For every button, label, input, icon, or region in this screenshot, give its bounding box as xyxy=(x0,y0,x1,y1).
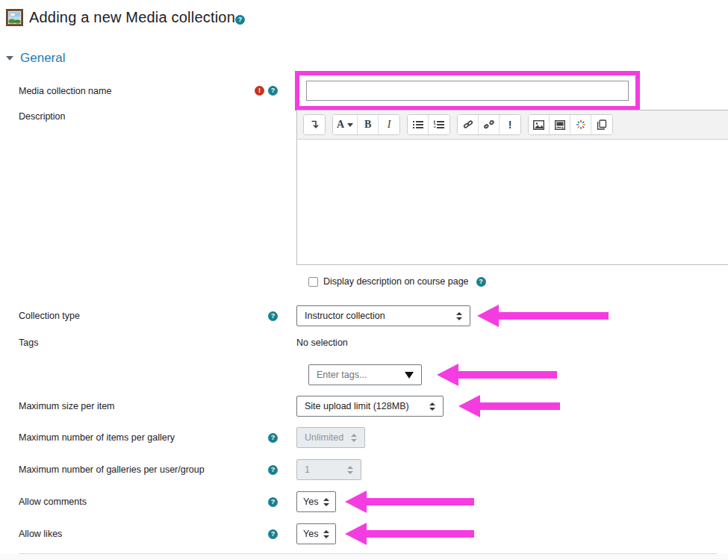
display-description-checkbox[interactable] xyxy=(308,277,318,287)
allow-comments-value: Yes xyxy=(303,497,318,507)
select-arrows-icon xyxy=(323,530,329,538)
max-galleries-value: 1 xyxy=(305,464,310,475)
allow-comments-select[interactable]: Yes xyxy=(296,491,336,512)
row-media-collection-name: Media collection name xyxy=(0,71,640,111)
allow-likes-select[interactable]: Yes xyxy=(296,523,336,544)
insert-image-button[interactable] xyxy=(529,115,550,134)
record-rtc-icon xyxy=(576,119,586,130)
help-icon[interactable] xyxy=(235,15,245,25)
unordered-list-icon xyxy=(413,120,423,129)
annotation-arrow xyxy=(345,523,474,545)
annotation-arrow xyxy=(345,491,474,513)
max-items-value: Unlimited xyxy=(305,432,343,443)
font-style-icon: A xyxy=(337,119,344,130)
italic-button[interactable]: I xyxy=(379,115,399,134)
insert-media-button[interactable] xyxy=(550,115,570,134)
collection-type-label: Collection type xyxy=(0,311,250,321)
annotation-arrow xyxy=(458,395,560,417)
prevent-autolink-button[interactable]: ! xyxy=(500,115,520,134)
max-galleries-select: 1 xyxy=(296,459,361,480)
prevent-autolink-icon: ! xyxy=(508,119,512,130)
help-icon[interactable] xyxy=(268,529,278,539)
tags-input[interactable] xyxy=(317,370,400,380)
description-editor: A B I xyxy=(296,110,728,265)
italic-icon: I xyxy=(388,119,391,130)
bold-button[interactable]: B xyxy=(358,115,379,134)
unlink-icon xyxy=(484,119,494,130)
row-max-galleries: Maximum number of galleries per user/gro… xyxy=(0,459,361,480)
tags-label: Tags xyxy=(0,337,250,348)
media-collection-module-icon xyxy=(6,9,23,26)
row-allow-comments: Allow comments Yes xyxy=(0,491,474,513)
page-header: Adding a new Media collection xyxy=(6,9,245,26)
row-display-description: Display description on course page xyxy=(308,276,486,287)
row-description: Description xyxy=(0,110,728,265)
row-max-items: Maximum number of items per gallery Unli… xyxy=(0,427,365,448)
allow-likes-value: Yes xyxy=(303,529,318,539)
max-items-label: Maximum number of items per gallery xyxy=(0,432,250,443)
help-icon[interactable] xyxy=(268,465,278,475)
row-allow-likes: Allow likes Yes xyxy=(0,523,474,545)
divider xyxy=(19,553,717,554)
font-style-button[interactable]: A xyxy=(333,115,358,134)
link-icon xyxy=(463,119,473,130)
max-size-value: Site upload limit (128MB) xyxy=(305,401,409,411)
record-rtc-button[interactable] xyxy=(570,115,591,134)
row-tags: Tags No selection xyxy=(0,337,348,348)
select-arrows-icon xyxy=(351,434,357,442)
max-size-select[interactable]: Site upload limit (128MB) xyxy=(296,396,444,417)
form-page: Adding a new Media collection General Me… xyxy=(0,0,728,560)
collection-type-value: Instructor collection xyxy=(305,311,385,321)
bold-icon: B xyxy=(364,119,371,130)
manage-files-button[interactable] xyxy=(591,115,612,134)
row-collection-type: Collection type Instructor collection xyxy=(0,305,609,327)
help-icon[interactable] xyxy=(268,497,278,507)
max-items-select: Unlimited xyxy=(296,427,365,448)
page-bottom xyxy=(0,554,728,560)
link-button[interactable] xyxy=(458,115,479,134)
collapse-caret-icon xyxy=(6,56,13,60)
allow-likes-label: Allow likes xyxy=(0,529,250,539)
section-general[interactable]: General xyxy=(6,51,65,66)
expand-toolbar-icon xyxy=(309,119,320,130)
page-title: Adding a new Media collection xyxy=(29,9,235,26)
media-collection-name-label: Media collection name xyxy=(0,86,250,96)
annotation-arrow xyxy=(477,305,609,327)
select-arrows-icon xyxy=(429,402,435,411)
description-label: Description xyxy=(0,111,250,122)
tags-status: No selection xyxy=(296,337,348,348)
required-icon xyxy=(255,86,264,96)
media-collection-name-input[interactable] xyxy=(306,81,629,101)
select-arrows-icon xyxy=(456,312,462,320)
tags-combobox[interactable] xyxy=(308,364,422,385)
highlight-box xyxy=(295,71,640,111)
max-size-label: Maximum size per item xyxy=(0,401,250,411)
section-title: General xyxy=(20,51,65,66)
chevron-down-icon xyxy=(347,123,353,127)
select-arrows-icon xyxy=(323,498,329,506)
annotation-arrow xyxy=(437,364,557,386)
help-icon[interactable] xyxy=(268,86,278,96)
unordered-list-button[interactable] xyxy=(408,115,429,134)
help-icon[interactable] xyxy=(268,433,278,443)
editor-toolbar: A B I xyxy=(297,111,728,140)
dropdown-caret-icon xyxy=(405,372,414,379)
ordered-list-button[interactable] xyxy=(429,115,449,134)
insert-media-icon xyxy=(555,120,565,130)
allow-comments-label: Allow comments xyxy=(0,497,250,507)
ordered-list-icon xyxy=(434,120,444,129)
display-description-label: Display description on course page xyxy=(323,276,469,287)
manage-files-icon xyxy=(597,119,607,130)
unlink-button[interactable] xyxy=(479,115,500,134)
expand-toolbar-button[interactable] xyxy=(304,115,325,134)
description-textarea[interactable] xyxy=(297,140,728,264)
help-icon[interactable] xyxy=(476,277,486,287)
collection-type-select[interactable]: Instructor collection xyxy=(296,305,470,326)
row-tags-input xyxy=(308,364,557,386)
max-galleries-label: Maximum number of galleries per user/gro… xyxy=(0,464,250,475)
insert-image-icon xyxy=(533,120,544,130)
help-icon[interactable] xyxy=(268,311,278,321)
row-max-size: Maximum size per item Site upload limit … xyxy=(0,395,560,417)
select-arrows-icon xyxy=(347,466,353,474)
